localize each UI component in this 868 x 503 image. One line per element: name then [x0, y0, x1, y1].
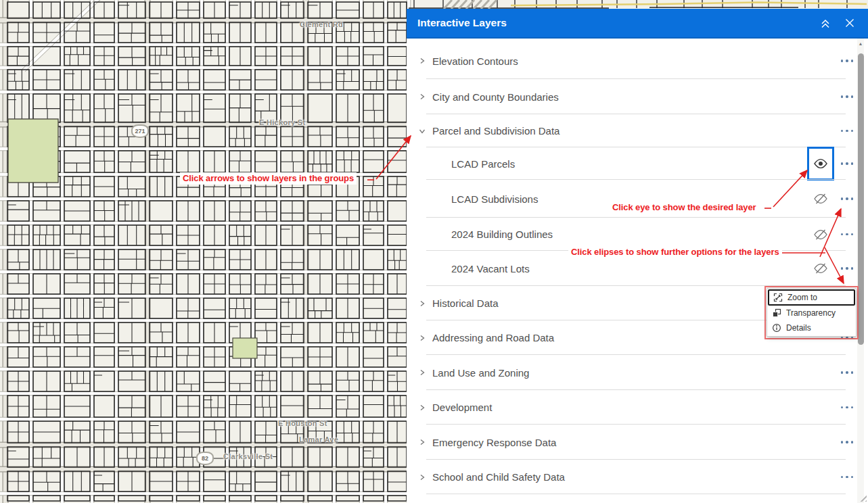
eye-hidden-icon [813, 261, 828, 276]
expand-chevron-icon[interactable] [418, 334, 426, 342]
street-label-lamar: Lamar Ave [299, 435, 338, 444]
visibility-toggle-button[interactable] [807, 218, 834, 251]
layer-group-row[interactable]: Development [407, 390, 868, 425]
layer-group-row[interactable]: Emergency Response Data [407, 425, 868, 460]
layer-group-label: City and County Boundaries [432, 91, 834, 103]
layer-group-label: Emergency Response Data [432, 437, 834, 448]
menu-item-label: Details [786, 323, 811, 333]
layer-group-label: School and Child Safety Data [432, 471, 834, 483]
layer-list: Elevation Contours City and County Bound… [407, 39, 868, 503]
app-stage: Clement Rd E Hickory St E Houston St Lam… [0, 0, 868, 503]
menu-item-details[interactable]: Details [768, 320, 855, 335]
close-icon [844, 17, 856, 29]
menu-item-label: Zoom to [787, 293, 817, 302]
layer-label: 2024 Building Outlines [451, 229, 807, 240]
visibility-toggle-button[interactable] [807, 182, 834, 216]
expand-chevron-icon[interactable] [418, 404, 426, 412]
layer-options-button[interactable] [840, 402, 855, 413]
layer-options-button[interactable] [840, 158, 855, 169]
layer-group-label: Development [432, 402, 834, 413]
expand-chevron-icon[interactable] [418, 438, 426, 446]
panel-scrollbar[interactable]: ▲ [857, 39, 864, 503]
layer-options-button[interactable] [840, 126, 855, 137]
annotation-note-ellipsis: Click elipses to show further options fo… [568, 246, 782, 258]
layer-options-button[interactable] [840, 229, 855, 240]
info-icon [772, 323, 781, 333]
annotation-note-arrows: Click arrows to show layers in the group… [180, 172, 357, 185]
layer-options-button[interactable] [840, 367, 855, 378]
menu-item-zoom-to[interactable]: Zoom to [768, 289, 855, 306]
double-chevron-up-icon [819, 16, 832, 30]
collapse-chevron-icon[interactable] [418, 127, 426, 135]
expand-chevron-icon[interactable] [418, 368, 426, 377]
layer-group-row-expanded[interactable]: Parcel and Subdivision Data [407, 114, 868, 147]
layer-group-label: Land Use and Zoning [432, 367, 834, 379]
visibility-toggle-button[interactable] [807, 147, 834, 181]
layer-label: 2024 Vacant Lots [451, 263, 807, 274]
menu-item-transparency[interactable]: Transparency [768, 306, 855, 320]
visibility-toggle-button[interactable] [807, 251, 834, 285]
scrollbar-up-arrow-icon[interactable]: ▲ [857, 41, 864, 47]
street-label-clement: Clement Rd [300, 20, 343, 28]
transparency-icon [772, 308, 781, 318]
eye-visible-icon [813, 156, 828, 171]
expand-chevron-icon[interactable] [418, 473, 426, 481]
layer-group-label: Parcel and Subdivision Data [432, 125, 834, 137]
collapse-panel-button[interactable] [817, 14, 834, 32]
expand-chevron-icon[interactable] [418, 93, 426, 101]
menu-item-label: Transparency [786, 308, 836, 318]
expand-chevron-icon[interactable] [418, 300, 426, 308]
eye-hidden-icon [813, 191, 828, 206]
layer-group-row[interactable]: Elevation Contours [407, 43, 868, 79]
highway-shield-82: 82 [196, 452, 214, 465]
layer-group-label: Elevation Contours [432, 55, 834, 67]
expand-chevron-icon[interactable] [418, 57, 426, 65]
layer-options-button[interactable] [840, 55, 855, 66]
layer-context-menu: Zoom to Transparency [767, 288, 856, 337]
layer-options-button[interactable] [840, 263, 855, 274]
panel-header: Interactive Layers [407, 9, 868, 39]
layer-options-button[interactable] [840, 91, 855, 102]
eye-hidden-icon [813, 227, 828, 242]
layer-group-row[interactable]: School and Child Safety Data [407, 460, 868, 494]
street-label-hickory: E Hickory St [259, 118, 305, 126]
layer-options-button[interactable] [840, 437, 855, 448]
street-label-clarksville: Clarksville St [223, 452, 273, 460]
layer-label: LCAD Parcels [451, 158, 807, 170]
annotation-note-eye: Click eye to show the desired layer [610, 201, 759, 214]
close-panel-button[interactable] [841, 14, 859, 32]
layer-group-row[interactable]: City and County Boundaries [407, 79, 868, 114]
layer-options-button[interactable] [840, 193, 855, 204]
layer-group-row[interactable]: Land Use and Zoning [407, 355, 868, 390]
layer-options-button[interactable] [840, 472, 855, 483]
zoom-to-icon [773, 293, 783, 302]
highway-shield-271: 271 [131, 124, 149, 138]
street-label-houston: E Houston St [278, 419, 327, 427]
panel-title: Interactive Layers [417, 17, 810, 29]
layer-row-selected[interactable]: LCAD Parcels [407, 147, 868, 180]
